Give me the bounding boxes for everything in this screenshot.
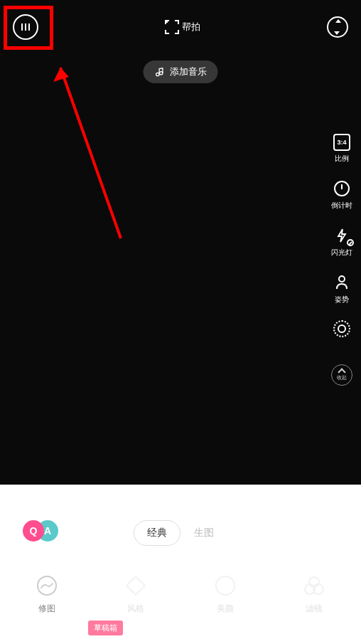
- face-icon: [215, 576, 235, 596]
- tab-classic[interactable]: 经典: [134, 520, 180, 546]
- style-button[interactable]: 风格: [124, 574, 147, 615]
- add-music-button[interactable]: 添加音乐: [144, 60, 218, 83]
- filter-label: 滤镜: [306, 603, 323, 615]
- svg-point-3: [339, 276, 345, 282]
- add-music-label: 添加音乐: [170, 65, 207, 78]
- camera-viewport: 帮拍 添加音乐 3:4 比例 倒计时 闪光灯: [0, 0, 361, 485]
- timer-label: 倒计时: [331, 201, 352, 211]
- help-capture-label: 帮拍: [182, 21, 200, 33]
- top-bar: 帮拍: [0, 14, 361, 40]
- help-capture-button[interactable]: 帮拍: [165, 20, 200, 34]
- filter-button[interactable]: 滤镜: [303, 574, 325, 615]
- ratio-icon: 3:4: [333, 134, 350, 151]
- flash-icon: [333, 226, 351, 245]
- tutorial-arrow: [28, 53, 171, 253]
- beauty-icon: [333, 320, 350, 337]
- pose-icon: [334, 275, 350, 290]
- aspect-ratio-button[interactable]: 3:4 比例: [333, 134, 350, 164]
- svg-marker-0: [53, 68, 69, 82]
- switch-camera-button[interactable]: [327, 16, 348, 38]
- beauty-face-button[interactable]: 美颜: [214, 574, 237, 615]
- q-icon: Q: [23, 520, 44, 542]
- flash-button[interactable]: 闪光灯: [331, 226, 352, 258]
- svg-point-2: [160, 72, 163, 75]
- tab-raw[interactable]: 生图: [180, 520, 227, 546]
- retouch-label: 修图: [38, 603, 55, 615]
- beauty-face-label: 美颜: [217, 603, 234, 615]
- beauty-button[interactable]: [333, 320, 350, 340]
- bottom-tools-row: 修图 风格 美颜 滤镜: [0, 546, 361, 615]
- qa-badge[interactable]: Q A: [23, 520, 58, 542]
- pose-label: 姿势: [335, 295, 349, 305]
- music-note-icon: [155, 67, 165, 77]
- timer-button[interactable]: 倒计时: [331, 179, 352, 211]
- pose-button[interactable]: 姿势: [333, 273, 351, 305]
- draft-watermark: 草稿箱: [88, 621, 123, 635]
- bottom-panel: Q A 经典 生图 修图 风格 美颜 滤镜 草稿箱: [0, 485, 361, 644]
- menu-button[interactable]: [13, 14, 38, 40]
- collapse-tools-button[interactable]: 收起: [331, 364, 352, 386]
- diamond-icon: [126, 576, 146, 596]
- viewfinder-icon: [165, 20, 179, 34]
- filter-icon: [304, 576, 324, 595]
- flash-label: 闪光灯: [331, 248, 352, 258]
- timer-icon: [334, 181, 350, 196]
- side-tools-panel: 3:4 比例 倒计时 闪光灯 姿势: [331, 134, 352, 386]
- ratio-label: 比例: [335, 154, 349, 164]
- style-label: 风格: [127, 603, 144, 615]
- retouch-button[interactable]: 修图: [36, 574, 58, 615]
- retouch-icon: [37, 576, 57, 596]
